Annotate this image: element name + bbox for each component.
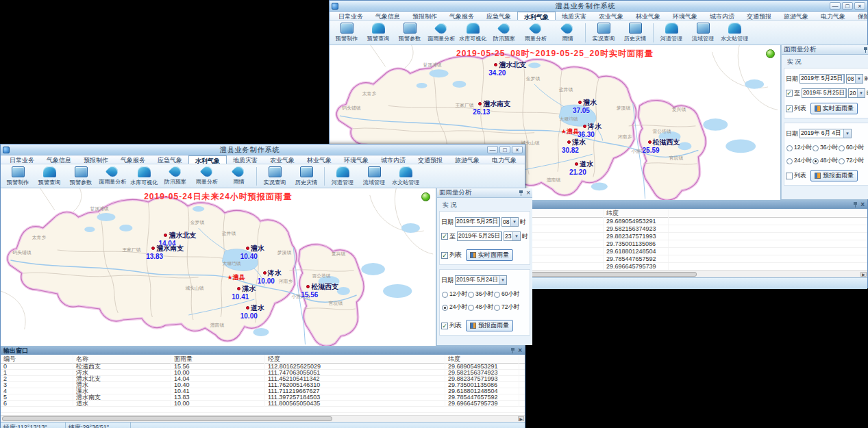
menu-item-11[interactable]: 城市内涝 [375, 155, 412, 164]
panel-close-icon[interactable]: × [526, 190, 530, 197]
titlebar[interactable]: 澧县业务制作系统 — □ × [330, 1, 867, 12]
scroll-right-arrow[interactable]: ▶ [518, 416, 524, 421]
pin-icon[interactable] [852, 201, 858, 208]
radio-48小时[interactable]: 48小时 [468, 303, 493, 312]
menu-item-14[interactable]: 电力气象 [486, 155, 523, 164]
menu-item-2[interactable]: 气象信息 [369, 12, 406, 20]
toolbar-basin-manage-button[interactable]: 流域管理 [358, 165, 390, 188]
toolbar-rain-status-button[interactable]: 雨情 [551, 21, 583, 45]
table-row[interactable]: 6道水10.00111.80056505043529.696645795739 [1, 401, 525, 407]
radio-12小时[interactable]: 12小时 [786, 144, 812, 152]
list-checkbox[interactable]: ✓ [441, 323, 448, 329]
radio-72小时[interactable]: 72小时 [839, 157, 866, 165]
minimize-button[interactable]: — [487, 146, 498, 153]
menu-item-4[interactable]: 气象服务 [114, 155, 151, 164]
chevron-down-icon[interactable]: ▼ [499, 276, 506, 284]
toolbar-area-rainfall-button[interactable]: 面雨量分析 [97, 165, 128, 188]
menu-item-9[interactable]: 林业气象 [630, 12, 667, 20]
pin-icon[interactable] [510, 347, 516, 354]
radio-60小时[interactable]: 60小时 [494, 290, 521, 299]
chevron-down-icon[interactable]: ▼ [845, 89, 847, 97]
forecast-date-combo[interactable]: 2019年 5月24日▼ [455, 275, 507, 285]
panel-close-icon[interactable]: × [860, 201, 865, 208]
radio-36小时[interactable]: 36小时 [468, 290, 493, 299]
chevron-down-icon[interactable]: ▼ [855, 75, 863, 83]
menu-item-7[interactable]: 地质灾害 [227, 155, 264, 164]
menu-item-13[interactable]: 旅游气象 [778, 12, 815, 20]
to-checkbox[interactable]: ✓ [786, 90, 793, 97]
toolbar-alert-edit-button[interactable]: 预警制作 [2, 165, 34, 188]
toolbar-history-disaster-button[interactable]: 历史灾情 [290, 165, 322, 188]
minimize-button[interactable]: — [830, 2, 841, 10]
end-date-combo[interactable]: 2019年 5月25日▼ [457, 231, 502, 241]
end-hour-combo[interactable]: 20▼ [848, 88, 865, 98]
list-checkbox[interactable]: ✓ [441, 252, 448, 259]
menu-item-5[interactable]: 应急气象 [151, 155, 188, 164]
chevron-down-icon[interactable]: ▼ [499, 218, 500, 226]
scroll-right-arrow[interactable]: ▶ [860, 272, 867, 277]
list-checkbox[interactable] [786, 173, 793, 179]
menu-item-12[interactable]: 交通预报 [741, 12, 778, 20]
menu-item-14[interactable]: 电力气象 [815, 12, 852, 20]
toolbar-rain-analysis-button[interactable]: 雨量分析 [191, 165, 223, 188]
start-date-combo[interactable]: 2019年 5月25日▼ [455, 217, 500, 227]
chevron-down-icon[interactable]: ▼ [512, 232, 520, 240]
toolbar-area-rainfall-button[interactable]: 面雨量分析 [425, 21, 457, 45]
menu-item-13[interactable]: 旅游气象 [449, 155, 486, 164]
toolbar-hydro-station-manage-button[interactable]: 水文站管理 [390, 165, 421, 188]
menu-item-3[interactable]: 预报制作 [406, 12, 443, 20]
toolbar-live-query-button[interactable]: 实况查询 [259, 165, 290, 188]
menu-item-6[interactable]: 水利气象 [517, 12, 556, 20]
toolbar-reservoir-view-button[interactable]: 水库可视化 [128, 165, 160, 188]
pin-icon[interactable] [863, 47, 868, 53]
map-refresh-button[interactable] [766, 49, 775, 58]
map-forecast[interactable]: 甘溪滩镇太青乡码头铺镇王家厂镇金罗镇盐井镇大堰垱镇梦溪镇复兴镇涔南乡官垸镇小渡口… [1, 188, 436, 346]
menu-item-8[interactable]: 农业气象 [264, 155, 301, 164]
radio-12小时[interactable]: 12小时 [442, 290, 467, 299]
menu-item-8[interactable]: 农业气象 [593, 12, 630, 20]
realtime-rainfall-button[interactable]: 实时面雨量 [466, 249, 513, 261]
chevron-down-icon[interactable]: ▼ [510, 218, 518, 226]
toolbar-rain-analysis-button[interactable]: 雨量分析 [520, 21, 551, 45]
start-hour-combo[interactable]: 08▼ [846, 74, 863, 84]
end-hour-combo[interactable]: 23▼ [504, 231, 521, 241]
toolbar-alert-params-button[interactable]: 预警参数 [65, 165, 97, 188]
toolbar-alert-search-button[interactable]: 预警查询 [34, 165, 65, 188]
menu-item-11[interactable]: 城市内涝 [704, 12, 741, 20]
realtime-rainfall-button[interactable]: 实时面雨量 [810, 103, 858, 114]
start-date-combo[interactable]: 2019年 5月25日▼ [799, 74, 845, 84]
toolbar-flood-plan-button[interactable]: 防汛预案 [488, 21, 520, 45]
maximize-button[interactable]: □ [499, 146, 510, 153]
toolbar-alert-search-button[interactable]: 预警查询 [362, 21, 394, 45]
radio-24小时[interactable]: 24小时 [786, 157, 812, 165]
pin-icon[interactable] [518, 190, 524, 197]
titlebar[interactable]: 澧县业务制作系统 — □ × [1, 144, 525, 155]
forecast-rainfall-button[interactable]: 预报面雨量 [466, 320, 513, 331]
toolbar-alert-params-button[interactable]: 预警参数 [394, 21, 425, 45]
menu-item-1[interactable]: 日常业务 [332, 12, 369, 20]
toolbar-basin-manage-button[interactable]: 流域管理 [687, 21, 719, 45]
menu-item-6[interactable]: 水利气象 [188, 155, 227, 164]
menu-item-9[interactable]: 林业气象 [301, 155, 338, 164]
toolbar-hydro-station-manage-button[interactable]: 水文站管理 [719, 21, 750, 45]
to-checkbox[interactable]: ✓ [441, 233, 448, 240]
chevron-down-icon[interactable]: ▼ [501, 232, 502, 240]
horizontal-scrollbar[interactable]: ▶ [1, 415, 525, 422]
forecast-date-combo[interactable]: 2019年 6月 4日▼ [799, 129, 852, 138]
menu-item-10[interactable]: 环境气象 [338, 155, 375, 164]
maximize-button[interactable]: □ [842, 2, 853, 10]
menu-item-4[interactable]: 气象服务 [443, 12, 480, 20]
chevron-down-icon[interactable]: ▼ [843, 75, 845, 83]
radio-24小时[interactable]: 24小时 [442, 303, 467, 312]
chevron-down-icon[interactable]: ▼ [857, 89, 865, 97]
menu-item-15[interactable]: 保险气象 [852, 12, 867, 20]
scrollbar-thumb[interactable] [2, 416, 332, 421]
menu-item-12[interactable]: 交通预报 [412, 155, 449, 164]
chevron-down-icon[interactable]: ▼ [843, 129, 851, 138]
map-refresh-button[interactable] [421, 192, 430, 201]
toolbar-river-manage-button[interactable]: 河道管理 [656, 21, 687, 45]
close-button[interactable]: × [854, 2, 865, 10]
toolbar-river-manage-button[interactable]: 河道管理 [327, 165, 358, 188]
toolbar-history-disaster-button[interactable]: 历史灾情 [619, 21, 651, 45]
menu-item-1[interactable]: 日常业务 [3, 155, 40, 164]
